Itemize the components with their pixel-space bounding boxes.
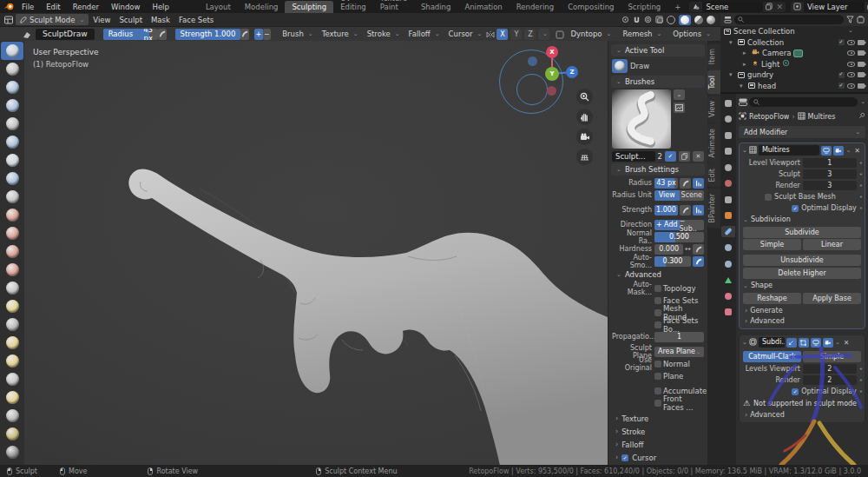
advanced-subpanel-header[interactable]: Advanced: [740, 315, 865, 326]
advanced-subpanel-header[interactable]: Advanced: [740, 409, 865, 420]
radius-pen-icon[interactable]: [680, 178, 691, 189]
brush-tool-draw[interactable]: [1, 42, 23, 60]
proportional-edit-icon[interactable]: [644, 16, 652, 23]
hardness-pen-icon[interactable]: [693, 244, 704, 255]
brush-tool-scrape[interactable]: [1, 242, 23, 261]
3d-viewport[interactable]: User Perspective (1) RetopoFlow X Y Z: [0, 41, 720, 465]
catmull-clark-button[interactable]: Catmull-Clark: [743, 351, 801, 362]
properties-tab-output[interactable]: [721, 129, 735, 141]
mode-selector[interactable]: Sculpt Mode: [16, 14, 89, 25]
use-original-normal-checkbox[interactable]: [654, 361, 661, 368]
unlink-brush-icon[interactable]: ✕: [693, 151, 704, 162]
brush-tool-nudge[interactable]: [1, 388, 23, 407]
optimal-display-checkbox[interactable]: [792, 388, 799, 395]
direction-subtract-button[interactable]: −: [263, 29, 272, 40]
mirror-x-toggle[interactable]: X: [496, 29, 508, 40]
brush-tool-slide-relax[interactable]: [1, 425, 23, 443]
radius-pressure-icon[interactable]: [693, 178, 704, 189]
dyntopo-checkbox-icon[interactable]: [556, 30, 563, 38]
brush-tool-inflate[interactable]: [1, 151, 23, 169]
propagation-field[interactable]: 1: [654, 332, 704, 342]
pin-icon[interactable]: [858, 112, 865, 121]
hide-eye-icon[interactable]: [847, 40, 855, 45]
strength-slider[interactable]: 1.000: [654, 205, 678, 215]
properties-tab-material[interactable]: [721, 290, 735, 301]
menu-view[interactable]: View: [89, 14, 115, 25]
render-level-field[interactable]: 3: [803, 181, 857, 190]
menu-mask[interactable]: Mask: [147, 14, 174, 25]
menu-edit[interactable]: Edit: [41, 3, 65, 11]
editor-type-icon[interactable]: [4, 16, 12, 23]
properties-tab-modifiers[interactable]: [721, 226, 735, 237]
radius-unit-scene[interactable]: Scene: [680, 190, 705, 201]
render-visibility-icon[interactable]: [858, 50, 865, 56]
outliner-search-input[interactable]: [734, 15, 844, 24]
properties-tab-render[interactable]: [721, 114, 735, 125]
menu-render[interactable]: Render: [68, 3, 104, 11]
radius-pressure-icon[interactable]: [158, 29, 167, 40]
shading-material-icon[interactable]: [694, 16, 703, 24]
autosmooth-slider[interactable]: 0.300: [654, 256, 691, 267]
dyntopo-popover[interactable]: Dyntopo: [566, 29, 615, 40]
workspace-tab-compositing[interactable]: Compositing: [561, 1, 621, 13]
brush-preview-image[interactable]: [612, 89, 671, 149]
duplicate-brush-icon[interactable]: [679, 151, 690, 162]
subsurf-name-field[interactable]: Subdi...: [759, 337, 785, 348]
outliner-row-collection[interactable]: ▾ Collection: [720, 37, 868, 49]
hardness-field[interactable]: 0.000: [654, 244, 683, 255]
exclude-checkbox[interactable]: [838, 83, 845, 89]
properties-tab-physics[interactable]: [721, 258, 735, 269]
workspace-tab-rendering[interactable]: Rendering: [510, 1, 561, 13]
properties-editor-type-icon[interactable]: [739, 98, 746, 106]
sidebar-tab-edit[interactable]: Edit: [707, 163, 720, 188]
render-visibility-icon[interactable]: [858, 40, 865, 45]
menu-sculpt[interactable]: Sculpt: [115, 14, 147, 25]
sidebar-tab-tool[interactable]: Tool: [707, 70, 720, 95]
brush-tool-multiplane-scrape[interactable]: [1, 261, 23, 279]
sidebar-tab-animate[interactable]: Animate: [707, 123, 720, 163]
strength-slider[interactable]: Strength 1.000: [175, 29, 241, 40]
render-visibility-icon[interactable]: [858, 72, 865, 77]
expand-icon[interactable]: ▾: [729, 71, 735, 78]
outliner-row-gundry[interactable]: ▾ gundry: [720, 70, 868, 81]
brush-tool-grab[interactable]: [1, 297, 23, 315]
generate-subpanel-header[interactable]: Generate: [740, 305, 865, 315]
pan-hand-button[interactable]: [576, 109, 593, 125]
gizmo-neg-z-axis[interactable]: [528, 56, 537, 66]
sculpt-base-mesh-checkbox[interactable]: [765, 194, 772, 201]
optimal-display-checkbox[interactable]: [792, 205, 799, 212]
strength-pressure-icon[interactable]: [240, 29, 249, 40]
simple-button[interactable]: Simple: [803, 351, 861, 362]
front-faces-checkbox[interactable]: [654, 400, 661, 407]
brushes-section-header[interactable]: Brushes: [611, 76, 705, 88]
outliner-row-camera[interactable]: ▸ Camera: [720, 48, 868, 59]
transform-pivot-icon[interactable]: [621, 16, 629, 23]
options-popover[interactable]: Options: [668, 29, 715, 40]
gizmo-x-axis[interactable]: X: [546, 46, 558, 58]
add-modifier-dropdown[interactable]: Add Modifier: [739, 126, 865, 138]
show-gizmo-icon[interactable]: [655, 16, 663, 23]
properties-tab-object[interactable]: [721, 210, 735, 222]
snap-magnet-icon[interactable]: [633, 16, 641, 23]
new-collection-icon[interactable]: [857, 16, 865, 23]
falloff-panel-header[interactable]: Falloff: [615, 439, 700, 450]
normal-radius-slider[interactable]: 0.500: [654, 232, 704, 242]
workspace-tab-shading[interactable]: Shading: [414, 1, 458, 13]
shading-wireframe-icon[interactable]: [667, 16, 675, 24]
strength-pen-icon[interactable]: [680, 205, 691, 215]
direction-subtract[interactable]: − Sub..: [680, 220, 705, 230]
brush-settings-section-header[interactable]: Brush Settings: [611, 163, 705, 176]
workspace-tab-sculpting[interactable]: Sculpting: [285, 1, 333, 13]
apply-base-button[interactable]: Apply Base: [803, 293, 861, 304]
level-viewport-field[interactable]: 1: [803, 158, 857, 168]
expand-icon[interactable]: ▾: [729, 39, 735, 46]
fake-user-shield-icon[interactable]: ✓: [665, 151, 676, 162]
show-in-viewport-toggle[interactable]: [811, 338, 821, 348]
workspace-tab-layout[interactable]: Layout: [199, 1, 238, 13]
brush-name-field[interactable]: SculptDraw: [36, 29, 95, 40]
perspective-toggle-button[interactable]: [576, 149, 593, 165]
hide-eye-icon[interactable]: [847, 72, 855, 77]
expand-icon[interactable]: ▸: [743, 50, 749, 56]
workspace-tab-uv-editing[interactable]: UV Editing: [333, 0, 373, 13]
radius-unit-view[interactable]: View: [654, 190, 680, 201]
